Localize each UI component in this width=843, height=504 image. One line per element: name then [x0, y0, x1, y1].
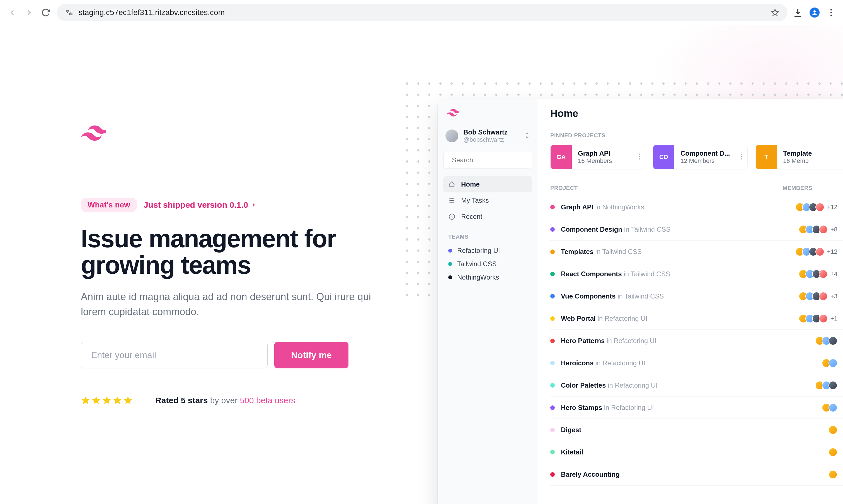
user-switcher[interactable]: Bob Schwartz @bobschwartz: [443, 128, 532, 143]
avatar-stack: [795, 203, 824, 212]
project-row[interactable]: Templates in Tailwind CSS +12: [550, 240, 843, 263]
avatar-stack: [828, 448, 838, 457]
avatar-stack: [799, 314, 828, 323]
kebab-menu-icon[interactable]: [826, 7, 836, 18]
project-row[interactable]: Hero Patterns in Refactoring UI: [550, 330, 843, 352]
browser-toolbar: staging.c57ec1fef311.ritzabv.cncsites.co…: [0, 0, 843, 25]
project-row[interactable]: React Components in Tailwind CSS +4: [550, 263, 843, 285]
row-title: React Components in Tailwind CSS: [561, 270, 670, 278]
pinned-card[interactable]: GA Graph API16 Members: [550, 145, 645, 169]
version-link[interactable]: Just shipped version 0.1.0: [143, 200, 256, 210]
row-dot: [550, 428, 555, 432]
col-project: Project: [550, 185, 578, 191]
extra-count: +3: [830, 293, 838, 300]
team-label: NothingWorks: [457, 273, 499, 281]
project-row[interactable]: Barely Accounting: [550, 463, 843, 486]
team-item[interactable]: Tailwind CSS: [443, 257, 532, 271]
main-panel: Home Pinned Projects GA Graph API16 Memb…: [538, 99, 843, 504]
member-avatar: [828, 403, 838, 412]
project-row[interactable]: Hero Stamps in Refactoring UI: [550, 397, 843, 419]
rating-text: Rated 5 stars by over 500 beta users: [155, 396, 295, 405]
nav-my-tasks[interactable]: My Tasks: [443, 193, 532, 209]
project-row[interactable]: Color Palettes in Refactoring UI: [550, 374, 843, 397]
member-avatar: [819, 292, 828, 301]
member-avatar: [828, 381, 838, 390]
project-members: 12 Members: [681, 157, 730, 165]
version-link-text: Just shipped version 0.1.0: [143, 200, 248, 210]
back-button[interactable]: [7, 7, 18, 18]
user-name: Bob Schwartz: [463, 128, 519, 136]
project-row[interactable]: Digest: [550, 419, 843, 441]
row-title: Digest: [561, 426, 581, 434]
home-icon: [448, 181, 455, 188]
member-avatar: [828, 359, 838, 367]
search-input[interactable]: [443, 152, 532, 168]
row-dot: [550, 316, 555, 321]
row-title: Kitetail: [561, 448, 583, 456]
member-avatar: [828, 336, 838, 345]
row-dot: [550, 294, 555, 299]
card-menu[interactable]: [736, 153, 747, 161]
nav-home[interactable]: Home: [443, 176, 532, 193]
nav-recent[interactable]: Recent: [443, 209, 532, 225]
svg-rect-1: [69, 13, 72, 15]
project-badge: T: [756, 145, 777, 169]
team-item[interactable]: NothingWorks: [443, 271, 532, 284]
extra-count: +12: [827, 248, 838, 255]
extra-count: +4: [830, 270, 838, 277]
divider: [144, 391, 144, 410]
avatar-stack: [815, 336, 838, 345]
svg-point-18: [741, 156, 742, 157]
svg-point-6: [830, 15, 832, 16]
member-avatar: [815, 247, 824, 256]
project-row[interactable]: Kitetail: [550, 441, 843, 463]
reload-button[interactable]: [40, 7, 51, 18]
hero-subtitle: Anim aute id magna aliqua ad ad non dese…: [81, 289, 374, 319]
star-icon[interactable]: [771, 8, 779, 16]
project-members: 16 Members: [578, 157, 627, 165]
pinned-card[interactable]: CD Component D...12 Members: [653, 145, 748, 169]
svg-point-16: [639, 159, 640, 160]
extra-count: +8: [830, 226, 838, 233]
row-dot: [550, 339, 555, 343]
avatar-stack: [795, 247, 824, 256]
pinned-card[interactable]: T Template16 Memb: [755, 145, 843, 169]
team-item[interactable]: Refactoring UI: [443, 244, 532, 257]
page-title: Home: [550, 108, 843, 120]
search-field[interactable]: [452, 156, 535, 164]
forward-button[interactable]: [23, 7, 35, 18]
project-row[interactable]: Vue Components in Tailwind CSS +3: [550, 285, 843, 307]
row-dot: [550, 450, 555, 454]
member-avatar: [815, 203, 824, 212]
email-input[interactable]: [81, 342, 268, 368]
row-dot: [550, 250, 555, 254]
avatar-stack: [815, 381, 838, 390]
row-dot: [550, 406, 555, 410]
row-dot: [550, 227, 555, 232]
notify-button[interactable]: Notify me: [274, 342, 348, 368]
whats-new-badge: What's new: [81, 198, 137, 212]
user-handle: @bobschwartz: [463, 136, 519, 143]
card-menu[interactable]: [634, 153, 645, 161]
row-dot: [550, 205, 555, 210]
avatar-stack: [822, 359, 838, 367]
pinned-heading: Pinned Projects: [550, 132, 843, 139]
profile-button[interactable]: [810, 7, 820, 18]
project-name: Template: [783, 149, 833, 157]
card-menu[interactable]: [839, 153, 843, 161]
project-row[interactable]: Web Portal in Refactoring UI +1: [550, 307, 843, 330]
svg-point-5: [830, 12, 832, 13]
nav-label: Recent: [461, 213, 482, 220]
download-icon[interactable]: [793, 7, 803, 18]
member-avatar: [828, 448, 838, 457]
extra-count: +1: [830, 315, 838, 322]
project-badge: CD: [653, 145, 674, 169]
chevron-right-icon: [251, 202, 256, 208]
project-row[interactable]: Graph API in NothingWorks +12: [550, 196, 843, 218]
clock-icon: [448, 213, 455, 220]
project-row[interactable]: Component Design in Tailwind CSS +8: [550, 218, 843, 240]
address-bar[interactable]: staging.c57ec1fef311.ritzabv.cncsites.co…: [57, 4, 787, 21]
project-row[interactable]: Heroicons in Refactoring UI: [550, 352, 843, 374]
svg-point-4: [830, 8, 832, 10]
updown-icon: [524, 131, 530, 140]
